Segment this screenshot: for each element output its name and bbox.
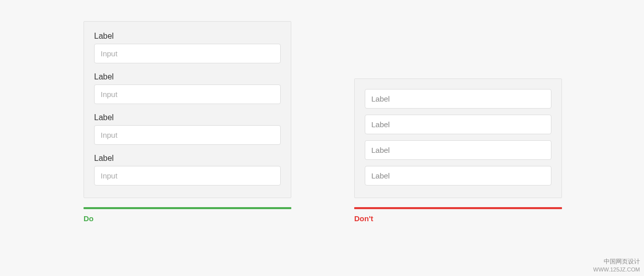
dont-example: Don't	[354, 78, 562, 223]
form-field: Label	[94, 154, 281, 186]
form-field: Label	[94, 32, 281, 63]
field-label: Label	[94, 113, 281, 122]
watermark: 中国网页设计 WWW.125JZ.COM	[593, 258, 640, 273]
form-field: Label	[94, 72, 281, 104]
field-label: Label	[94, 72, 281, 81]
dont-caption: Don't	[354, 214, 562, 223]
watermark-line1: 中国网页设计	[593, 258, 640, 266]
watermark-line2: WWW.125JZ.COM	[593, 266, 640, 273]
do-card: Label Label Label Label	[84, 21, 291, 198]
form-field: Label	[94, 113, 281, 145]
do-caption: Do	[84, 214, 291, 223]
text-input[interactable]	[94, 84, 281, 104]
text-input[interactable]	[94, 44, 281, 63]
field-label: Label	[94, 154, 281, 163]
text-input[interactable]	[365, 140, 551, 160]
do-indicator-bar	[84, 207, 291, 209]
field-label: Label	[94, 32, 281, 41]
text-input[interactable]	[365, 115, 551, 134]
text-input[interactable]	[365, 166, 551, 186]
text-input[interactable]	[94, 125, 281, 145]
dont-card	[354, 78, 562, 198]
do-example: Label Label Label Label Do	[84, 21, 291, 223]
text-input[interactable]	[365, 89, 551, 109]
dont-indicator-bar	[354, 207, 562, 209]
text-input[interactable]	[94, 166, 281, 186]
